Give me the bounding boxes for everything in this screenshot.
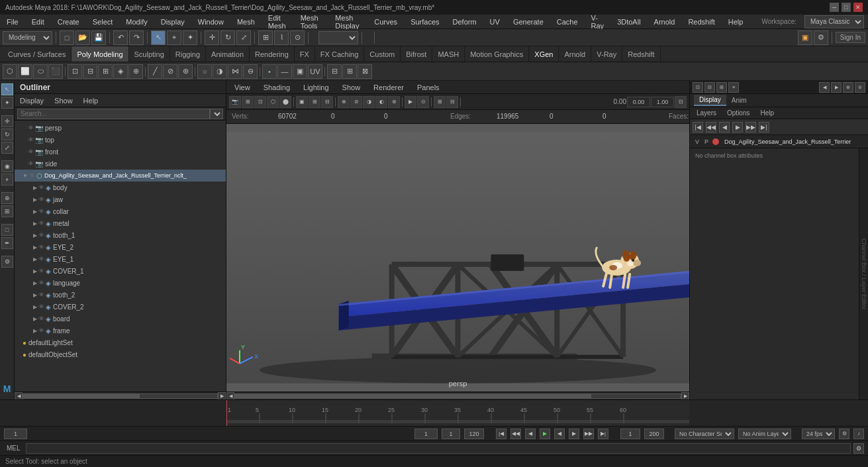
ch-menu-layers[interactable]: Layers bbox=[694, 108, 719, 118]
ch-icons-btn8[interactable]: ⊘ bbox=[855, 82, 865, 93]
tab-motion-graphics[interactable]: Motion Graphics bbox=[465, 46, 529, 62]
vp-scroll-track[interactable] bbox=[234, 393, 681, 399]
vp-ao-btn[interactable]: ◐ bbox=[375, 96, 387, 108]
expand-arrow-tooth2[interactable]: ▶ bbox=[33, 292, 37, 298]
menu-3dtoall[interactable]: 3DtoAll bbox=[614, 17, 643, 27]
tab-fx-caching[interactable]: FX Caching bbox=[315, 46, 364, 62]
search-dropdown[interactable] bbox=[210, 109, 223, 119]
select-vert-btn[interactable]: • bbox=[262, 64, 277, 79]
anim-settings-btn[interactable]: ⚙ bbox=[839, 429, 849, 439]
range-start-input[interactable] bbox=[620, 429, 640, 439]
menu-help[interactable]: Help bbox=[726, 17, 746, 27]
outliner-item-board[interactable]: ▶ 👁 ◈ board bbox=[15, 313, 226, 325]
skip-start-btn[interactable]: |◀ bbox=[496, 429, 506, 439]
expand-arrow-frame[interactable]: ▶ bbox=[33, 328, 37, 334]
expand-arrow-collar[interactable]: ▶ bbox=[33, 209, 37, 215]
menu-edit-mesh[interactable]: Edit Mesh bbox=[265, 13, 290, 31]
vp-scroll-left[interactable]: ◀ bbox=[226, 392, 234, 400]
tab-vray[interactable]: V-Ray bbox=[591, 46, 622, 62]
move-tool-btn[interactable]: ✛ bbox=[1, 115, 13, 127]
current-frame-input[interactable] bbox=[4, 429, 27, 439]
poly-insert-btn[interactable]: ⊘ bbox=[163, 64, 177, 79]
vp-menu-lighting[interactable]: Lighting bbox=[301, 82, 332, 93]
tab-poly-modeling[interactable]: Poly Modeling bbox=[72, 46, 128, 62]
range-end-input[interactable] bbox=[644, 429, 664, 439]
sound-btn[interactable]: ♪ bbox=[853, 429, 864, 439]
vp-select-all-btn[interactable]: ⊕ bbox=[338, 96, 350, 108]
tab-redshift[interactable]: Redshift bbox=[622, 46, 660, 62]
outliner-item-front[interactable]: 👁 📷 front bbox=[15, 146, 226, 158]
search-input[interactable] bbox=[17, 109, 210, 119]
expand-arrow-eye2[interactable]: ▶ bbox=[33, 244, 37, 250]
menu-mesh-tools[interactable]: Mesh Tools bbox=[298, 13, 325, 31]
uv-layout-btn[interactable]: ⊠ bbox=[358, 64, 372, 79]
outliner-item-lightset[interactable]: ● defaultLightSet bbox=[15, 337, 226, 348]
lasso-btn[interactable]: ⌖ bbox=[167, 30, 181, 45]
vp-aa-btn[interactable]: ⊛ bbox=[388, 96, 400, 108]
vp-scroll-thumb[interactable] bbox=[235, 394, 591, 398]
vp-layout2-btn[interactable]: ⊞ bbox=[309, 96, 320, 108]
snap-grid-btn[interactable]: ⊞ bbox=[258, 30, 273, 45]
start-frame-input[interactable] bbox=[414, 429, 438, 439]
menu-curves[interactable]: Curves bbox=[371, 17, 400, 27]
poly-boolean-btn[interactable]: ⊖ bbox=[243, 64, 258, 79]
tab-bifrost[interactable]: Bifrost bbox=[401, 46, 432, 62]
vp-menu-view[interactable]: View bbox=[232, 82, 253, 93]
poly-bevel-btn[interactable]: ◈ bbox=[113, 64, 128, 79]
menu-file[interactable]: File bbox=[4, 17, 21, 27]
expand-arrow-board[interactable]: ▶ bbox=[33, 316, 37, 322]
live-surface-selector[interactable] bbox=[318, 31, 358, 44]
ch-nav-next[interactable]: ▶ bbox=[732, 122, 743, 132]
redo-btn[interactable]: ↷ bbox=[129, 30, 144, 45]
workspace-selector[interactable]: Maya Classic bbox=[804, 15, 864, 28]
vp-menu-panels[interactable]: Panels bbox=[414, 82, 442, 93]
ch-nav-skip-start[interactable]: |◀ bbox=[693, 122, 703, 132]
poly-mirror-btn[interactable]: ⋈ bbox=[228, 64, 242, 79]
paint-effects-btn[interactable]: ✒ bbox=[1, 237, 13, 249]
menu-select[interactable]: Select bbox=[90, 17, 116, 27]
vp-grid-btn[interactable]: ⊞ bbox=[242, 96, 254, 108]
ch-menu-help[interactable]: Help bbox=[757, 108, 777, 118]
anim-layer-selector[interactable]: No Anim Layer bbox=[738, 429, 791, 439]
ch-icons-btn5[interactable]: ◀ bbox=[819, 82, 830, 93]
outliner-item-side[interactable]: 👁 📷 side bbox=[15, 158, 226, 170]
tab-fx[interactable]: FX bbox=[295, 46, 315, 62]
tool-settings-btn[interactable]: ⚙ bbox=[1, 256, 13, 268]
menu-uv[interactable]: UV bbox=[487, 17, 503, 27]
outliner-menu-show[interactable]: Show bbox=[52, 95, 75, 106]
play-reverse-btn[interactable]: ◀ bbox=[554, 429, 565, 439]
timeline-ruler[interactable]: 1 5 10 15 20 25 30 35 40 bbox=[226, 400, 689, 426]
fps-selector[interactable]: 24 fps bbox=[802, 429, 835, 439]
mel-input[interactable] bbox=[26, 443, 851, 454]
ch-nav-next-key[interactable]: ▶▶ bbox=[746, 122, 756, 132]
outliner-item-top[interactable]: 👁 📷 top bbox=[15, 134, 226, 146]
rotate-tool-btn[interactable]: ↻ bbox=[1, 129, 13, 140]
vp-options-btn[interactable]: ⊡ bbox=[675, 96, 687, 108]
expand-arrow-jaw[interactable]: ▶ bbox=[33, 197, 37, 203]
vp-wireframe-btn[interactable]: ⬡ bbox=[267, 96, 279, 108]
outliner-item-eye1[interactable]: ▶ 👁 ◈ EYE_1 bbox=[15, 253, 226, 265]
outliner-item-body[interactable]: ▶ 👁 ◈ body bbox=[15, 182, 226, 193]
menu-create[interactable]: Create bbox=[55, 17, 82, 27]
poly-merge-btn[interactable]: ⊞ bbox=[98, 64, 113, 79]
poly-split-btn[interactable]: ╱ bbox=[148, 64, 162, 79]
ch-nav-prev-key[interactable]: ◀◀ bbox=[706, 122, 716, 132]
menu-redshift[interactable]: Redshift bbox=[685, 17, 717, 27]
paint-btn[interactable]: ✦ bbox=[183, 30, 197, 45]
vp-checkbox[interactable]: V bbox=[694, 138, 700, 145]
vp-scroll-right[interactable]: ▶ bbox=[681, 392, 689, 400]
expand-arrow-root[interactable]: ▼ bbox=[23, 173, 28, 179]
select-uv-btn[interactable]: UV bbox=[308, 64, 322, 79]
next-frame-btn[interactable]: ▶ bbox=[569, 429, 579, 439]
channel-tab-display[interactable]: Display bbox=[694, 95, 726, 106]
outliner-item-language[interactable]: ▶ 👁 ◈ language bbox=[15, 277, 226, 289]
menu-arnold[interactable]: Arnold bbox=[651, 17, 678, 27]
outliner-item-tooth2[interactable]: ▶ 👁 ◈ tooth_2 bbox=[15, 289, 226, 301]
vp-layout1-btn[interactable]: ▣ bbox=[296, 96, 308, 108]
vp-render2-btn[interactable]: ⊙ bbox=[417, 96, 429, 108]
uv-unfold-btn[interactable]: ⊞ bbox=[342, 64, 357, 79]
poly-cube-btn[interactable]: ⬜ bbox=[18, 64, 32, 79]
outliner-item-frame[interactable]: ▶ 👁 ◈ frame bbox=[15, 325, 226, 337]
vp-render1-btn[interactable]: ▶ bbox=[405, 96, 416, 108]
select-face-btn[interactable]: ▣ bbox=[293, 64, 307, 79]
